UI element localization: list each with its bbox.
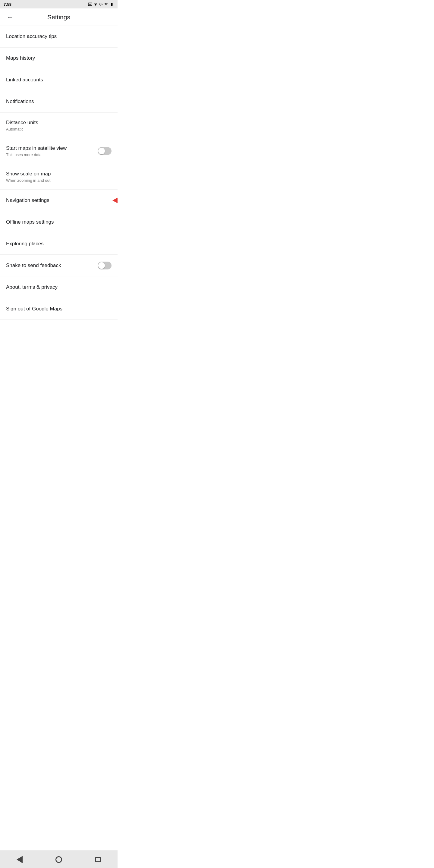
settings-item-linked-accounts[interactable]: Linked accounts: [0, 69, 118, 91]
settings-item-subtitle: When zooming in and out: [6, 178, 112, 183]
settings-item-content: Shake to send feedback: [6, 262, 98, 269]
settings-item-content: Offline maps settings: [6, 219, 112, 225]
status-icons: [88, 2, 114, 6]
satellite-view-toggle[interactable]: [98, 147, 112, 155]
annotation-arrow: [113, 192, 118, 209]
settings-item-title: Location accuracy tips: [6, 33, 112, 40]
battery-icon: [110, 2, 114, 6]
settings-item-distance-units[interactable]: Distance units Automatic: [0, 113, 118, 138]
settings-item-title: Exploring places: [6, 241, 112, 247]
settings-item-notifications[interactable]: Notifications: [0, 91, 118, 113]
settings-item-navigation-settings[interactable]: Navigation settings: [0, 190, 118, 211]
settings-item-title: Shake to send feedback: [6, 262, 98, 269]
settings-item-title: About, terms & privacy: [6, 284, 112, 290]
page-title: Settings: [21, 13, 97, 21]
settings-item-content: Notifications: [6, 98, 112, 105]
shake-feedback-toggle[interactable]: [98, 261, 112, 270]
settings-item-content: About, terms & privacy: [6, 284, 112, 290]
vibrate-icon: [99, 2, 102, 6]
settings-item-title: Offline maps settings: [6, 219, 112, 225]
settings-item-offline-maps[interactable]: Offline maps settings: [0, 211, 118, 233]
status-time: 7:58: [4, 2, 11, 7]
settings-item-content: Start maps in satellite view This uses m…: [6, 145, 98, 157]
settings-item-subtitle: This uses more data: [6, 153, 98, 157]
settings-item-title: Start maps in satellite view: [6, 145, 98, 152]
settings-item-about-terms[interactable]: About, terms & privacy: [0, 276, 118, 298]
settings-item-location-accuracy-tips[interactable]: Location accuracy tips: [0, 26, 118, 48]
settings-item-title: Distance units: [6, 119, 112, 126]
settings-item-exploring-places[interactable]: Exploring places: [0, 233, 118, 255]
wifi-icon: [104, 2, 108, 6]
settings-item-title: Linked accounts: [6, 76, 112, 83]
settings-item-title: Sign out of Google Maps: [6, 306, 112, 312]
settings-item-title: Notifications: [6, 98, 112, 105]
settings-item-title: Maps history: [6, 55, 112, 61]
location-icon: [94, 2, 97, 6]
settings-item-content: Maps history: [6, 55, 112, 61]
settings-item-title: Show scale on map: [6, 170, 112, 177]
app-bar: ← Settings: [0, 8, 118, 26]
settings-item-content: Linked accounts: [6, 76, 112, 83]
settings-item-satellite-view[interactable]: Start maps in satellite view This uses m…: [0, 138, 118, 164]
settings-item-content: Sign out of Google Maps: [6, 306, 112, 312]
settings-item-show-scale[interactable]: Show scale on map When zooming in and ou…: [0, 164, 118, 190]
settings-item-shake-feedback[interactable]: Shake to send feedback: [0, 255, 118, 276]
settings-item-content: Exploring places: [6, 241, 112, 247]
settings-item-content: Distance units Automatic: [6, 119, 112, 131]
back-button[interactable]: ←: [5, 12, 16, 23]
back-arrow-icon: ←: [7, 13, 13, 21]
photo-icon: [88, 2, 92, 6]
settings-item-content: Location accuracy tips: [6, 33, 112, 40]
settings-item-content: Navigation settings: [6, 197, 112, 204]
settings-item-title: Navigation settings: [6, 197, 112, 204]
settings-item-content: Show scale on map When zooming in and ou…: [6, 170, 112, 183]
toggle-thumb: [98, 148, 105, 154]
toggle-thumb: [98, 262, 105, 269]
settings-item-maps-history[interactable]: Maps history: [0, 48, 118, 69]
status-bar: 7:58: [0, 0, 118, 8]
settings-item-sign-out[interactable]: Sign out of Google Maps: [0, 298, 118, 320]
settings-list: Location accuracy tips Maps history Link…: [0, 26, 118, 338]
settings-item-subtitle: Automatic: [6, 127, 112, 131]
